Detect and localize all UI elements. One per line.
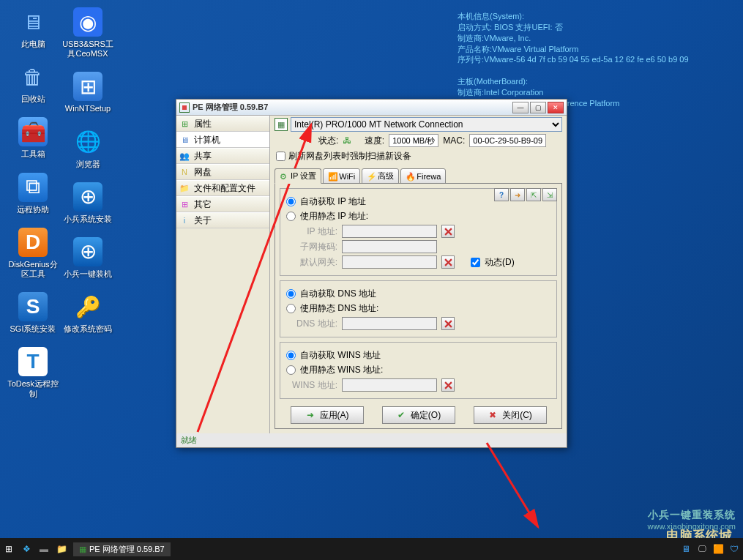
nav-icon: ⊞: [179, 119, 190, 129]
sidebar-item[interactable]: ⊞属性: [176, 116, 269, 132]
taskbar-icon-2[interactable]: ▬: [38, 543, 50, 555]
auto-ip-radio[interactable]: [286, 197, 296, 206]
main-panel: ▦ Intel(R) PRO/1000 MT Network Connectio…: [270, 116, 567, 433]
icon-label: ToDesk远程控制: [7, 379, 59, 398]
tab-label: IP 设置: [291, 171, 316, 182]
import-button[interactable]: ⇲: [542, 188, 557, 201]
app-icon: 🌐: [73, 127, 102, 157]
dns-field-label: DNS 地址:: [286, 318, 337, 330]
speed-value: 1000 MB/秒: [389, 134, 438, 147]
nav-icon: ⊞: [179, 199, 190, 209]
desktop-icon[interactable]: SSGI系统安装: [7, 292, 59, 334]
apply-button[interactable]: ➜应用(A): [291, 406, 364, 424]
help-button[interactable]: ?: [494, 188, 509, 201]
icon-label: 浏览器: [62, 160, 113, 169]
desktop-icon[interactable]: ◉USB3&SRS工具CeoMSX: [62, 7, 113, 59]
adapter-select[interactable]: Intel(R) PRO/1000 MT Network Connection: [291, 117, 562, 132]
desktop-icon[interactable]: TToDesk远程控制: [7, 347, 59, 398]
maximize-button[interactable]: ▢: [530, 102, 546, 113]
app-icon: [179, 102, 190, 113]
desktop-icon[interactable]: ⊕小兵系统安装: [62, 182, 113, 224]
desktop-icon[interactable]: 🔑修改系统密码: [62, 292, 113, 334]
desktop-icon[interactable]: 🧰工具箱: [7, 117, 59, 159]
auto-wins-radio[interactable]: [286, 351, 296, 360]
app-icon: S: [18, 292, 48, 321]
tray-color-icon[interactable]: 🟧: [712, 543, 724, 555]
gw-input[interactable]: [342, 255, 437, 269]
icon-label: 回收站: [7, 94, 59, 104]
desktop-icon[interactable]: ⧉远程协助: [7, 173, 59, 214]
sidebar-item[interactable]: ⊞其它: [176, 196, 269, 212]
mask-input[interactable]: [342, 240, 437, 253]
tab-panel-ip: ? ➜ ⇱ ⇲ 自动获取 IP 地址 使用静态 IP 地址: IP 地址: 子网…: [275, 183, 562, 429]
sidebar-item[interactable]: N网盘: [176, 164, 269, 180]
sidebar-item[interactable]: 📁文件和配置文件: [176, 180, 269, 196]
auto-dns-label: 自动获取 DNS 地址: [300, 288, 376, 300]
tab-icon: 📶: [328, 172, 337, 181]
mac-value: 00-0C-29-50-B9-09: [469, 134, 546, 147]
tabs: ⚙IP 设置📶WiFi⚡高级🔥Firewa: [275, 168, 562, 184]
desktop-icon[interactable]: 🗑回收站: [7, 62, 59, 104]
nav-label: 共享: [194, 150, 212, 163]
static-ip-radio[interactable]: [286, 212, 296, 221]
taskbar-icon-1[interactable]: ❖: [20, 543, 32, 555]
app-icon: ⧉: [18, 173, 48, 202]
wins-input[interactable]: [342, 378, 437, 392]
minimize-button[interactable]: —: [512, 102, 529, 113]
desktop-icon[interactable]: 🌐浏览器: [62, 127, 113, 169]
arrow-button[interactable]: ➜: [510, 188, 525, 201]
sidebar-item[interactable]: i关于: [176, 212, 269, 228]
tab-icon: ⚙: [280, 172, 288, 181]
desktop-icon[interactable]: ⊞WinNTSetup: [62, 72, 113, 113]
static-wins-radio[interactable]: [286, 365, 296, 375]
sidebar-item[interactable]: 👥共享: [176, 148, 269, 164]
nav-label: 计算机: [194, 134, 220, 146]
tray-network-icon[interactable]: 🖥: [680, 543, 692, 555]
titlebar[interactable]: PE 网络管理 0.59.B7 — ▢ ✕: [176, 100, 567, 116]
ip-field-label: IP 地址:: [286, 225, 337, 238]
static-dns-radio[interactable]: [286, 304, 296, 313]
tab-label: 高级: [378, 171, 394, 182]
sidebar-item[interactable]: 🖥计算机: [176, 132, 269, 148]
auto-dns-radio[interactable]: [286, 289, 296, 299]
nav-label: 关于: [194, 214, 212, 227]
tab[interactable]: 🔥Firewa: [400, 168, 446, 184]
tab-icon: 🔥: [406, 172, 414, 181]
wins-clear-button[interactable]: [441, 378, 455, 392]
nav-label: 属性: [194, 118, 212, 130]
taskbar-icon-3[interactable]: 📁: [56, 543, 67, 555]
gw-clear-button[interactable]: [441, 255, 455, 269]
tray-monitor-icon[interactable]: 🖵: [696, 543, 708, 555]
mac-label: MAC:: [443, 135, 465, 146]
icon-label: SGI系统安装: [7, 324, 59, 334]
dns-clear-button[interactable]: [441, 317, 455, 330]
dns-input[interactable]: [342, 317, 437, 330]
desktop-icon[interactable]: DDiskGenius分区工具: [7, 228, 59, 279]
refresh-checkbox[interactable]: [276, 152, 285, 161]
tab-label: WiFi: [339, 172, 355, 181]
pe-network-manager-window: PE 网络管理 0.59.B7 — ▢ ✕ ⊞属性🖥计算机👥共享N网盘📁文件和配…: [176, 99, 567, 448]
desktop-icon[interactable]: 🖥此电脑: [7, 7, 59, 49]
export-button[interactable]: ⇱: [526, 188, 541, 201]
tab[interactable]: ⚡高级: [362, 168, 399, 184]
ip-clear-button[interactable]: [441, 225, 455, 238]
start-button[interactable]: ⊞: [3, 543, 15, 555]
dynamic-checkbox[interactable]: [471, 258, 480, 267]
nav-label: 文件和配置文件: [194, 182, 255, 195]
tray-shield-icon[interactable]: 🛡: [728, 543, 740, 555]
refresh-label: 刷新网盘列表时强制扫描新设备: [288, 150, 411, 163]
link-icon: 🖧: [343, 135, 351, 146]
ok-button[interactable]: ✔确定(O): [382, 406, 455, 424]
app-icon: T: [18, 347, 48, 376]
ip-input[interactable]: [342, 225, 437, 238]
tab[interactable]: 📶WiFi: [323, 168, 360, 184]
cancel-button[interactable]: ✖关闭(C): [474, 406, 547, 424]
close-button[interactable]: ✕: [548, 102, 564, 113]
taskbar-app[interactable]: ▦ PE 网络管理 0.59.B7: [73, 542, 171, 556]
desktop-icon[interactable]: ⊕小兵一键装机: [62, 237, 113, 279]
tab[interactable]: ⚙IP 设置: [275, 168, 321, 184]
taskbar: ⊞ ❖ ▬ 📁 ▦ PE 网络管理 0.59.B7 🖥 🖵 🟧 🛡: [0, 538, 743, 560]
app-icon: 🧰: [18, 117, 48, 146]
icon-label: 工具箱: [7, 149, 59, 159]
app-icon: ⊞: [73, 72, 102, 101]
